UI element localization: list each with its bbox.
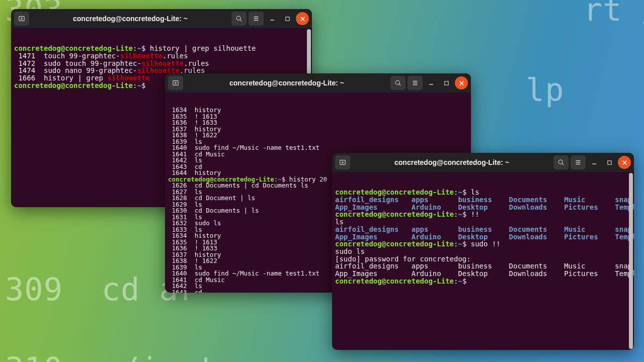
window-title: concretedog@concretedog-Lite: ~ <box>183 79 390 87</box>
search-button[interactable] <box>231 12 247 26</box>
new-tab-button[interactable] <box>14 12 29 26</box>
new-tab-button[interactable] <box>335 155 350 169</box>
svg-point-15 <box>395 80 399 84</box>
minimize-button[interactable] <box>425 76 438 89</box>
titlebar[interactable]: concretedog@concretedog-Lite: ~ <box>11 9 312 28</box>
new-tab-icon <box>339 159 346 166</box>
hamburger-icon <box>575 159 582 166</box>
window-title: concretedog@concretedog-Lite: ~ <box>29 15 231 23</box>
svg-rect-9 <box>285 17 289 20</box>
close-button[interactable] <box>296 12 309 25</box>
titlebar[interactable]: concretedog@concretedog-Lite: ~ <box>332 153 634 172</box>
search-button[interactable] <box>390 76 406 90</box>
terminal-window-3: concretedog@concretedog-Lite: ~ concrete… <box>332 153 634 350</box>
titlebar[interactable]: concretedog@concretedog-Lite: ~ <box>165 73 471 93</box>
maximize-button[interactable] <box>281 12 294 25</box>
minimize-icon <box>269 16 275 22</box>
menu-button[interactable] <box>408 76 423 90</box>
svg-rect-21 <box>444 81 448 84</box>
minimize-button[interactable] <box>588 156 601 169</box>
new-tab-icon <box>18 15 25 22</box>
maximize-icon <box>285 16 290 22</box>
hamburger-icon <box>253 15 260 22</box>
minimize-icon <box>591 159 597 165</box>
new-tab-button[interactable] <box>168 76 183 90</box>
close-button[interactable] <box>455 76 468 89</box>
search-icon <box>235 15 243 22</box>
svg-rect-33 <box>607 160 611 164</box>
search-icon <box>394 79 401 86</box>
scrollbar-thumb[interactable] <box>629 173 633 349</box>
menu-button[interactable] <box>249 12 264 26</box>
maximize-icon <box>444 80 449 86</box>
hamburger-icon <box>412 79 419 86</box>
new-tab-icon <box>172 79 179 86</box>
window-title: concretedog@concretedog-Lite: ~ <box>350 158 553 166</box>
close-icon <box>622 160 627 165</box>
maximize-button[interactable] <box>603 156 616 169</box>
close-icon <box>459 80 464 86</box>
search-button[interactable] <box>553 155 569 169</box>
maximize-icon <box>607 160 612 165</box>
svg-line-16 <box>399 84 400 85</box>
menu-button[interactable] <box>571 155 586 169</box>
minimize-button[interactable] <box>266 12 279 25</box>
svg-point-3 <box>236 16 240 20</box>
search-icon <box>557 159 565 166</box>
terminal-output[interactable]: concretedog@concretedog-Lite:~$ ls airfo… <box>332 172 634 350</box>
svg-line-28 <box>562 163 564 165</box>
scrollbar[interactable] <box>629 173 633 349</box>
maximize-button[interactable] <box>440 76 453 89</box>
close-icon <box>300 16 305 22</box>
minimize-icon <box>428 80 434 86</box>
close-button[interactable] <box>618 156 631 169</box>
svg-point-27 <box>558 160 562 164</box>
svg-line-4 <box>240 20 242 21</box>
